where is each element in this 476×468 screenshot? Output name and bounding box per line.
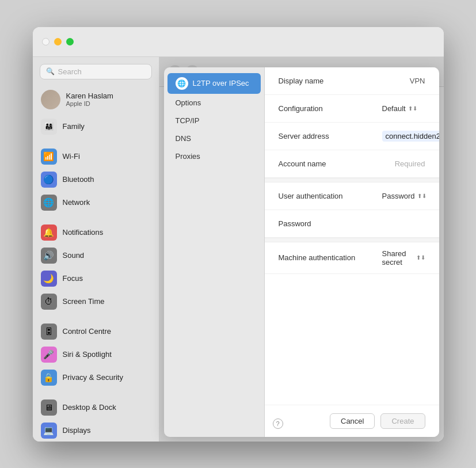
cancel-button[interactable]: Cancel [330, 413, 375, 429]
sidebar-item-siri[interactable]: 🎤 Siri & Spotlight [33, 343, 159, 366]
sidebar-item-focus[interactable]: 🌙 Focus [33, 267, 159, 290]
form-separator-2 [265, 238, 439, 242]
sidebar-label-desktop: Desktop & Dock [63, 403, 116, 412]
displays-icon: 💻 [41, 423, 57, 439]
search-box[interactable]: 🔍 Search [40, 64, 152, 79]
vpn-sidebar-dns[interactable]: DNS [167, 130, 261, 147]
machine-auth-value: Shared secret [382, 249, 414, 267]
configuration-select[interactable]: Default ⬆⬇ [382, 104, 417, 113]
focus-icon: 🌙 [41, 271, 57, 287]
sidebar-item-network[interactable]: 🌐 Network [33, 191, 159, 214]
user-auth-select[interactable]: Password ⬆⬇ [382, 192, 427, 200]
l2tp-icon: 🌐 [176, 77, 188, 90]
sidebar-label-wifi: Wi-Fi [63, 152, 80, 161]
sidebar-label-privacy: Privacy & Security [63, 373, 123, 382]
notifications-icon: 🔔 [41, 225, 57, 241]
create-button[interactable]: Create [380, 413, 425, 429]
sidebar-item-displays[interactable]: 💻 Displays [33, 419, 159, 442]
sidebar-item-notifications[interactable]: 🔔 Notifications [33, 221, 159, 244]
configuration-value: Default [382, 104, 406, 113]
user-profile[interactable]: Karen Haslam Apple ID [33, 86, 159, 113]
machine-auth-stepper-icon: ⬆⬇ [416, 254, 425, 261]
sidebar-item-desktop[interactable]: 🖥 Desktop & Dock [33, 396, 159, 419]
vpn-config-panel: 🌐 L2TP over IPSec Options TCP/IP DNS Pro… [164, 67, 439, 437]
main-window: 🔍 Search Karen Haslam Apple ID 👨‍👩‍👧 Fam… [33, 27, 444, 442]
account-label: Account name [279, 159, 382, 168]
sidebar-item-privacy[interactable]: 🔒 Privacy & Security [33, 366, 159, 389]
form-row-configuration: Configuration Default ⬆⬇ [265, 95, 439, 123]
vpn-sidebar-tcpip[interactable]: TCP/IP [167, 112, 261, 130]
sidebar-label-family: Family [63, 122, 85, 131]
sidebar-label-focus: Focus [63, 274, 83, 283]
l2tp-label: L2TP over IPSec [193, 79, 249, 87]
vpn-sidebar-options[interactable]: Options [167, 94, 261, 112]
sidebar-label-displays: Displays [63, 426, 91, 435]
vpn-sidebar-l2tp[interactable]: 🌐 L2TP over IPSec [167, 73, 261, 94]
form-row-machine-auth: Machine authentication Shared secret ⬆⬇ [265, 242, 439, 274]
machine-auth-label: Machine authentication [279, 253, 382, 262]
form-container: Display name VPN Configuration Default ⬆… [265, 67, 439, 405]
search-input: Search [58, 67, 82, 76]
titlebar [33, 27, 444, 57]
help-button[interactable]: ? [273, 418, 283, 429]
close-button[interactable] [42, 38, 49, 45]
wifi-icon: 📶 [41, 149, 57, 165]
user-auth-value: Password [382, 192, 415, 200]
form-actions: Cancel Create [265, 405, 439, 437]
display-name-value: VPN [382, 77, 425, 85]
maximize-button[interactable] [66, 38, 74, 45]
sidebar-label-screentime: Screen Time [63, 297, 105, 306]
user-auth-label: User authentication [279, 192, 382, 200]
server-label: Server address [279, 132, 382, 140]
form-row-display-name: Display name VPN [265, 67, 439, 95]
sound-icon: 🔊 [41, 248, 57, 264]
sidebar-label-sound: Sound [63, 251, 85, 260]
form-row-user-auth: User authentication Password ⬆⬇ [265, 182, 439, 210]
user-info: Karen Haslam Apple ID [66, 92, 113, 107]
account-value[interactable]: Required [382, 159, 425, 168]
server-value[interactable]: connect.hidden24.co.uk [382, 131, 439, 142]
sidebar-label-control-centre: Control Centre [63, 327, 112, 336]
vpn-sidebar: 🌐 L2TP over IPSec Options TCP/IP DNS Pro… [164, 67, 265, 437]
family-icon: 👨‍👩‍👧 [41, 119, 57, 135]
sidebar-item-family[interactable]: 👨‍👩‍👧 Family [33, 115, 159, 138]
content-area: 🔍 Search Karen Haslam Apple ID 👨‍👩‍👧 Fam… [33, 57, 444, 442]
privacy-icon: 🔒 [41, 370, 57, 386]
apple-id-label: Apple ID [66, 100, 113, 107]
desktop-icon: 🖥 [41, 399, 57, 416]
vpn-form-panel: Display name VPN Configuration Default ⬆… [265, 67, 439, 437]
sidebar-item-screentime[interactable]: ⏱ Screen Time [33, 290, 159, 313]
password-label: Password [279, 219, 382, 228]
vpn-sidebar-proxies[interactable]: Proxies [167, 147, 261, 165]
user-auth-stepper-icon: ⬆⬇ [417, 193, 427, 199]
display-name-label: Display name [279, 77, 382, 85]
form-row-server: Server address connect.hidden24.co.uk [265, 123, 439, 150]
form-row-account: Account name Required [265, 150, 439, 178]
user-name: Karen Haslam [66, 92, 113, 100]
sidebar-label-network: Network [63, 198, 90, 207]
network-icon: 🌐 [41, 195, 57, 211]
sidebar-item-bluetooth[interactable]: 🔵 Bluetooth [33, 168, 159, 191]
sidebar-item-sound[interactable]: 🔊 Sound [33, 244, 159, 267]
avatar [41, 90, 60, 109]
form-row-password: Password [265, 210, 439, 238]
machine-auth-select[interactable]: Shared secret ⬆⬇ [382, 249, 425, 267]
minimize-button[interactable] [54, 38, 62, 45]
stepper-icon: ⬆⬇ [408, 105, 417, 112]
sidebar: 🔍 Search Karen Haslam Apple ID 👨‍👩‍👧 Fam… [33, 57, 159, 442]
main-panel: ‹ › Network 📶 Wi-Fi ● Connected › 🛡 Fire… [159, 57, 444, 442]
configuration-label: Configuration [279, 104, 382, 113]
sidebar-item-control-centre[interactable]: 🎛 Control Centre [33, 320, 159, 343]
bluetooth-icon: 🔵 [41, 172, 57, 188]
traffic-lights [42, 38, 74, 45]
form-separator-1 [265, 178, 439, 182]
sidebar-item-wifi[interactable]: 📶 Wi-Fi [33, 145, 159, 168]
sidebar-label-notifications: Notifications [63, 228, 104, 237]
search-icon: 🔍 [46, 67, 55, 75]
screentime-icon: ⏱ [41, 294, 57, 310]
sidebar-label-siri: Siri & Spotlight [63, 350, 112, 359]
sidebar-label-bluetooth: Bluetooth [63, 175, 94, 184]
control-centre-icon: 🎛 [41, 324, 57, 340]
siri-icon: 🎤 [41, 347, 57, 363]
